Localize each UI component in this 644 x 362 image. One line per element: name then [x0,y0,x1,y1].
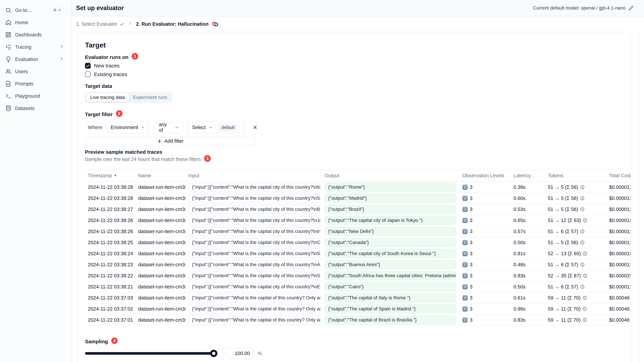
existing-traces-checkbox[interactable] [85,71,91,77]
column-header-observation-levels: Observation Levels [460,170,510,182]
cell-tokens: 51 → 5 (Σ 56) [548,240,578,245]
edit-pencil-icon[interactable] [628,5,634,10]
output-preview-pill: {"output":"The capital of Spain is Madri… [324,305,456,313]
table-row: 2024-11-22 03:37:03dataset-run-item-cm3s… [85,293,630,304]
sidebar-item-tracing[interactable]: Tracing [0,41,71,53]
table-row: 2024-11-22 03:38:26dataset-run-item-cm3s… [85,215,630,226]
observation-level-info-icon: i [462,273,468,278]
sampling-percentage-input[interactable] [226,348,254,359]
chevron-right-icon[interactable] [59,56,64,62]
filter-value-select[interactable]: Select default [188,122,245,133]
sampling-slider[interactable] [85,350,214,357]
output-preview-pill: {"output":"Buenos Aires"} [324,260,456,269]
datasets-icon [5,105,12,111]
cell-observation-levels: 3 [470,218,472,223]
check-icon [120,22,124,26]
output-preview-pill: {"output":"Madrid"} [324,194,456,202]
info-icon[interactable] [580,262,584,267]
cell-name: dataset-run-item-cm3s4 [138,240,186,245]
cell-name: dataset-run-item-cm3s4 [138,251,186,256]
existing-traces-label: Existing traces [94,71,127,77]
cell-tokens: 59 → 11 (Σ 70) [548,317,580,323]
info-icon[interactable] [580,185,584,189]
table-row: 2024-11-22 03:38:26dataset-run-item-cm3s… [85,226,630,237]
evaluator-runs-on-label: Evaluator runs on 1 [85,54,138,60]
column-header-tokens: Tokens [545,170,606,182]
cell-latency: 0.61s [514,295,526,301]
cell-observation-levels: 3 [470,317,472,323]
cell-total-cost: $0.000011 ( [609,207,630,212]
cell-tokens: 51 → 5 (Σ 56) [548,207,578,212]
tab-live-tracing-data[interactable]: Live tracing data [86,93,129,102]
cell-timestamp: 2024-11-22 03:38:21 [88,284,133,290]
cell-observation-levels: 3 [470,195,472,201]
preview-table-body: 2024-11-22 03:38:28dataset-run-item-cm3s… [85,182,630,326]
output-preview-pill: {"output":"The capital of Brazil is Bras… [324,316,456,324]
cell-latency: 0.57s [514,229,526,234]
sidebar-item-datasets[interactable]: Datasets [0,102,71,114]
info-icon[interactable] [580,207,584,211]
cell-total-cost: $0.000011 ( [609,229,630,234]
filter-operator-select[interactable]: any of [154,122,183,133]
tab-experiment-runs[interactable]: Experiment runs [129,93,171,102]
input-preview-pill: {"input":[{"content":"What is the capita… [188,216,320,225]
plus-icon [157,139,162,143]
remove-filter-button[interactable] [251,123,259,131]
column-header-name: Name [135,170,186,182]
sidebar-item-evaluation[interactable]: Evaluation [0,53,71,65]
cell-timestamp: 2024-11-22 03:38:27 [88,207,133,212]
sidebar-item-goto[interactable]: Go to... ⌘ K [0,4,71,16]
filter-column-select[interactable]: Environment [106,122,149,133]
sidebar-item-home[interactable]: Home [0,16,71,29]
slider-handle[interactable] [210,350,218,357]
info-icon[interactable] [583,218,587,223]
column-header-timestamp[interactable]: Timestamp ▼ [85,170,135,182]
cell-tokens: 51 → 6 (Σ 57) [548,229,578,234]
sidebar-item-prompts[interactable]: Prompts [0,78,71,90]
sidebar-item-label: Tracing [15,44,56,50]
info-icon[interactable] [580,285,584,289]
info-icon[interactable] [582,318,587,322]
cell-tokens: 51 → 5 (Σ 56) [548,184,578,190]
default-model-label: Current default model: openai / gpt-4.1-… [533,5,626,11]
cell-total-cost: $0.00046 ( [609,306,630,312]
breadcrumb-step-1[interactable]: 1. Select Evaluator [76,21,124,27]
sidebar-item-dashboards[interactable]: Dashboards [0,29,71,41]
cell-timestamp: 2024-11-22 03:38:28 [88,195,133,201]
column-header-output: Output [322,170,460,182]
cell-timestamp: 2024-11-22 03:37:03 [88,295,133,301]
info-icon[interactable] [580,229,584,234]
input-preview-pill: {"input":[{"content":"What is the capita… [188,271,320,280]
cell-observation-levels: 3 [470,295,472,301]
cell-total-cost: $0.000011 ( [609,284,630,290]
add-filter-button[interactable]: Add filter [85,137,256,145]
chevron-right-icon[interactable] [59,44,64,50]
sidebar-item-label: Go to... [15,7,47,13]
info-icon[interactable] [583,251,587,256]
page-scrollbar[interactable] [639,32,644,362]
output-preview-pill: {"output":"Cairo"} [324,283,456,291]
filter-row: Where Environment any of Select default [85,122,259,133]
info-icon[interactable] [582,307,587,311]
observation-level-info-icon: i [462,295,468,301]
preview-heading: Preview sample matched traces [85,149,162,155]
cell-name: dataset-run-item-cm3s4 [138,262,186,268]
info-icon[interactable] [580,196,584,200]
existing-traces-option: Existing traces [85,71,127,77]
new-traces-option: New traces [85,63,120,69]
new-traces-checkbox[interactable] [85,63,91,69]
cell-latency: 0.48s [514,262,526,268]
output-preview-pill: {"output":"The capital city of South Kor… [324,249,456,258]
cell-total-cost: $0.000011 ( [609,262,630,268]
cell-latency: 0.50s [514,240,526,245]
sidebar-item-playground[interactable]: Playground [0,90,71,102]
target-filter-label: Target filter 2 [85,111,122,117]
cell-observation-levels: 3 [470,240,472,245]
cell-timestamp: 2024-11-22 03:38:26 [88,218,133,223]
info-icon[interactable] [580,240,584,245]
sidebar-item-users[interactable]: Users [0,65,71,78]
info-icon[interactable] [582,296,587,300]
cell-name: dataset-run-item-cm3s4 [138,195,186,201]
info-icon[interactable] [583,274,587,278]
sort-desc-icon: ▼ [114,174,117,177]
